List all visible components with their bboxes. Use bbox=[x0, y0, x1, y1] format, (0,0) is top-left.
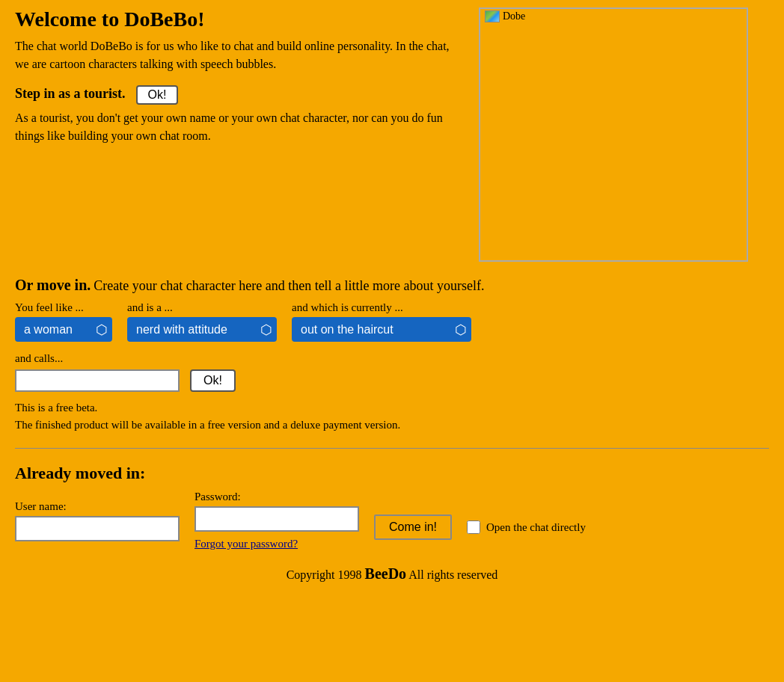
beta-line1: This is a free beta. bbox=[15, 399, 769, 417]
calls-label: and calls... bbox=[15, 352, 769, 365]
username-label: User name: bbox=[15, 500, 180, 513]
main-container: Welcome to DoBeBo! The chat world DoBeBo… bbox=[0, 0, 784, 612]
come-in-button[interactable]: Come in! bbox=[374, 514, 452, 540]
password-group: Password: Forgot your password? bbox=[195, 491, 359, 550]
is-a-select-wrapper: nerd with attitude cool person shy one a… bbox=[127, 317, 277, 342]
left-content: Welcome to DoBeBo! The chat world DoBeBo… bbox=[15, 7, 464, 262]
tourist-title: Step in as a tourist. bbox=[15, 86, 126, 101]
login-row: User name: Password: Forgot your passwor… bbox=[15, 491, 769, 550]
image-box: Dobe bbox=[479, 7, 748, 262]
calls-row: Ok! bbox=[15, 369, 769, 392]
username-group: User name: bbox=[15, 500, 180, 541]
image-icon bbox=[485, 10, 500, 22]
feel-like-select-wrapper: a woman a man a child a teenager bbox=[15, 317, 112, 342]
welcome-desc: The chat world DoBeBo is for us who like… bbox=[15, 37, 464, 73]
feel-like-group: You feel like ... a woman a man a child … bbox=[15, 301, 112, 342]
copyright: Copyright 1998 BeeDo All rights reserved bbox=[15, 565, 769, 597]
move-in-section: Or move in. Create your chat character h… bbox=[15, 277, 769, 433]
character-form-row: You feel like ... a woman a man a child … bbox=[15, 301, 769, 342]
currently-group: and which is currently ... out on the ha… bbox=[292, 301, 471, 342]
move-in-desc: Create your chat character here and then… bbox=[94, 278, 484, 293]
forgot-password-link[interactable]: Forgot your password? bbox=[195, 538, 359, 550]
tourist-section: Step in as a tourist. Ok! As a tourist, … bbox=[15, 85, 464, 145]
open-chat-group: Open the chat directly bbox=[467, 520, 586, 534]
open-chat-label: Open the chat directly bbox=[486, 521, 586, 534]
move-in-title: Or move in. bbox=[15, 277, 91, 293]
login-title: Already moved in: bbox=[15, 464, 769, 483]
is-a-select[interactable]: nerd with attitude cool person shy one a… bbox=[127, 317, 277, 342]
feel-like-label: You feel like ... bbox=[15, 301, 112, 314]
image-title: Dobe bbox=[503, 10, 525, 22]
is-a-label: and is a ... bbox=[127, 301, 277, 314]
tourist-desc: As a tourist, you don't get your own nam… bbox=[15, 109, 464, 145]
top-section: Welcome to DoBeBo! The chat world DoBeBo… bbox=[15, 7, 769, 262]
beta-text: This is a free beta. The finished produc… bbox=[15, 399, 769, 433]
calls-ok-button[interactable]: Ok! bbox=[190, 369, 236, 392]
password-label: Password: bbox=[195, 491, 359, 503]
copyright-rights: All rights reserved bbox=[406, 568, 497, 581]
feel-like-select[interactable]: a woman a man a child a teenager bbox=[15, 317, 112, 342]
copyright-text: Copyright 1998 bbox=[287, 568, 365, 581]
calls-section: and calls... Ok! bbox=[15, 352, 769, 392]
currently-label: and which is currently ... bbox=[292, 301, 471, 314]
login-section: Already moved in: User name: Password: F… bbox=[15, 464, 769, 550]
divider bbox=[15, 448, 769, 449]
currently-select-wrapper: out on the haircut at home at work on va… bbox=[292, 317, 471, 342]
beta-line2: The finished product will be available i… bbox=[15, 417, 769, 434]
calls-input[interactable] bbox=[15, 369, 180, 392]
open-chat-checkbox[interactable] bbox=[467, 520, 480, 534]
copyright-brand: BeeDo bbox=[365, 565, 407, 582]
currently-select[interactable]: out on the haircut at home at work on va… bbox=[292, 317, 471, 342]
welcome-title: Welcome to DoBeBo! bbox=[15, 7, 464, 31]
password-input[interactable] bbox=[195, 506, 359, 532]
username-input[interactable] bbox=[15, 516, 180, 541]
is-a-group: and is a ... nerd with attitude cool per… bbox=[127, 301, 277, 342]
tourist-ok-button[interactable]: Ok! bbox=[136, 85, 179, 105]
image-header: Dobe bbox=[480, 9, 747, 24]
